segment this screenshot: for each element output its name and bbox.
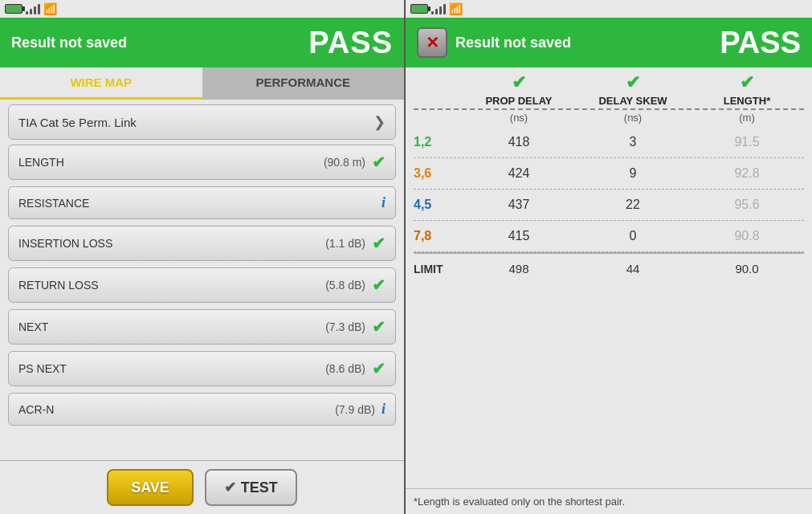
length-check: ✔ — [690, 72, 804, 93]
right-battery-icon — [410, 4, 428, 14]
test-label: TEST — [241, 479, 278, 496]
metric-name-insertion-loss: INSERTION LOSS — [18, 237, 112, 250]
metric-name-return-loss: RETURN LOSS — [18, 279, 99, 292]
right-signal-bars — [431, 3, 446, 14]
check-icon-insertion-loss: ✔ — [372, 234, 386, 253]
left-result-label: Result not saved — [11, 35, 127, 51]
table-row: 1,2 418 3 91.5 — [414, 127, 804, 158]
table-row: 7,8 415 0 90.8 — [414, 221, 804, 252]
metric-value-acr-n: (7.9 dB) i — [335, 401, 386, 418]
standard-label: TIA Cat 5e Perm. Link — [18, 116, 137, 129]
footnote: *Length is evaluated only on the shortes… — [406, 488, 812, 514]
left-pass-label: PASS — [308, 26, 393, 60]
metric-name-length: LENGTH — [18, 156, 64, 169]
signal-bars — [26, 3, 40, 14]
length-label: LENGTH* — [690, 95, 804, 107]
metric-name-acr-n: ACR-N — [18, 403, 54, 416]
performance-table: ✔ PROP DELAY ✔ DELAY SKEW ✔ LENGTH* (ns) — [406, 67, 812, 488]
prop-delay-label: PROP DELAY — [462, 95, 576, 107]
left-panel: 📶 Result not saved PASS WIRE MAP PERFORM… — [0, 0, 406, 514]
delay-skew-check: ✔ — [576, 72, 690, 93]
metric-acr-n[interactable]: ACR-N (7.9 dB) i — [8, 393, 396, 426]
metric-next[interactable]: NEXT (7.3 dB) ✔ — [8, 309, 396, 345]
col-length: ✔ LENGTH* — [690, 72, 804, 107]
battery-icon — [5, 4, 22, 14]
check-icon-return-loss: ✔ — [372, 275, 386, 295]
metric-value-resistance: i — [382, 194, 386, 211]
limit-length: 90.0 — [690, 262, 804, 275]
length-45: 95.6 — [690, 198, 804, 212]
limit-prop-delay: 498 — [462, 262, 576, 275]
tabs: WIRE MAP PERFORMANCE — [0, 67, 404, 100]
pair-label-78: 7,8 — [414, 229, 462, 243]
standard-selector[interactable]: TIA Cat 5e Perm. Link ❯ — [8, 104, 396, 140]
metric-insertion-loss[interactable]: INSERTION LOSS (1.1 dB) ✔ — [8, 226, 396, 261]
pair-label-45: 4,5 — [414, 198, 462, 212]
right-wifi-icon: 📶 — [449, 2, 463, 15]
unit-length: (m) — [690, 112, 804, 124]
metric-value-length: (90.8 m) ✔ — [324, 153, 386, 172]
table-row: 3,6 424 9 92.8 — [414, 158, 804, 190]
metric-name-ps-next: PS NEXT — [18, 362, 67, 375]
limit-delay-skew: 44 — [576, 262, 690, 275]
left-status-bar: 📶 — [0, 0, 404, 18]
delay-skew-36: 9 — [576, 166, 690, 181]
prop-delay-45: 437 — [462, 198, 576, 212]
length-36: 92.8 — [690, 166, 804, 181]
test-check-icon: ✔ — [224, 479, 236, 496]
col-prop-delay: ✔ PROP DELAY — [462, 72, 576, 107]
save-button[interactable]: SAVE — [107, 469, 194, 506]
unit-delay-skew: (ns) — [576, 112, 690, 124]
metric-value-ps-next: (8.6 dB) ✔ — [325, 359, 386, 378]
prop-delay-36: 424 — [462, 166, 576, 181]
right-result-label: Result not saved — [455, 35, 712, 51]
footnote-text: *Length is evaluated only on the shortes… — [414, 496, 625, 508]
length-78: 90.8 — [690, 229, 804, 243]
metric-value-next: (7.3 dB) ✔ — [325, 317, 386, 337]
metric-length[interactable]: LENGTH (90.8 m) ✔ — [8, 145, 396, 180]
wifi-icon: 📶 — [43, 2, 57, 15]
check-icon-next: ✔ — [372, 317, 386, 337]
table-header-row: ✔ PROP DELAY ✔ DELAY SKEW ✔ LENGTH* — [414, 67, 804, 110]
prop-delay-78: 415 — [462, 229, 576, 243]
tab-wire-map[interactable]: WIRE MAP — [0, 67, 202, 100]
unit-prop-delay: (ns) — [462, 112, 576, 124]
col-delay-skew: ✔ DELAY SKEW — [576, 72, 690, 107]
prop-delay-12: 418 — [462, 135, 576, 149]
right-status-bar: 📶 — [406, 0, 812, 18]
metric-name-resistance: RESISTANCE — [18, 197, 89, 210]
bottom-bar: SAVE ✔ TEST — [0, 460, 404, 514]
delay-skew-45: 22 — [576, 198, 690, 212]
limit-row: LIMIT 498 44 90.0 — [414, 252, 804, 284]
limit-label: LIMIT — [414, 263, 462, 275]
metric-return-loss[interactable]: RETURN LOSS (5.8 dB) ✔ — [8, 267, 396, 303]
right-panel: 📶 Result not saved PASS ✔ PROP DELAY ✔ D… — [406, 0, 812, 514]
left-header: Result not saved PASS — [0, 18, 404, 67]
close-button[interactable] — [417, 27, 447, 58]
check-icon-length: ✔ — [372, 153, 386, 172]
prop-delay-check: ✔ — [462, 72, 576, 93]
metric-value-insertion-loss: (1.1 dB) ✔ — [325, 234, 386, 253]
right-header: Result not saved PASS — [406, 18, 812, 67]
right-pass-label: PASS — [720, 26, 801, 60]
length-12: 91.5 — [690, 135, 804, 149]
metric-value-return-loss: (5.8 dB) ✔ — [325, 275, 386, 295]
metric-name-next: NEXT — [18, 320, 48, 333]
unit-row: (ns) (ns) (m) — [414, 110, 804, 127]
info-icon-acr-n: i — [382, 401, 386, 418]
pair-label-12: 1,2 — [414, 135, 462, 149]
info-icon-resistance: i — [382, 194, 386, 211]
chevron-right-icon: ❯ — [373, 113, 386, 131]
metric-ps-next[interactable]: PS NEXT (8.6 dB) ✔ — [8, 351, 396, 386]
delay-skew-12: 3 — [576, 135, 690, 149]
pair-label-36: 3,6 — [414, 166, 462, 181]
test-button[interactable]: ✔ TEST — [205, 469, 297, 506]
tab-performance[interactable]: PERFORMANCE — [202, 67, 405, 100]
table-row: 4,5 437 22 95.6 — [414, 190, 804, 221]
delay-skew-78: 0 — [576, 229, 690, 243]
delay-skew-label: DELAY SKEW — [576, 95, 690, 107]
check-icon-ps-next: ✔ — [372, 359, 386, 378]
metric-resistance[interactable]: RESISTANCE i — [8, 186, 396, 219]
